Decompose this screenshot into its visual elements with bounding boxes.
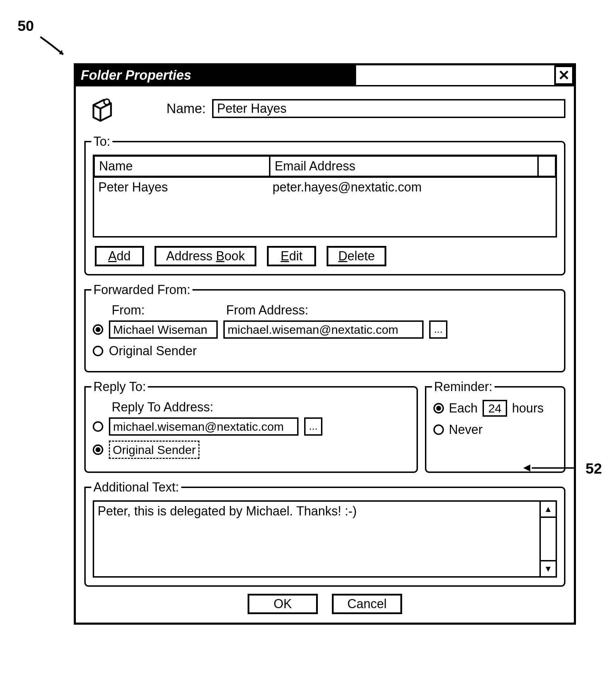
- reply-to-group: Reply To: Reply To Address: michael.wise…: [84, 379, 418, 473]
- add-button[interactable]: Add: [95, 246, 144, 266]
- to-header-name[interactable]: Name: [94, 156, 270, 176]
- reply-to-browse-button[interactable]: ...: [304, 417, 322, 436]
- reply-to-address-radio[interactable]: [93, 421, 103, 432]
- reply-to-original-sender-radio[interactable]: [93, 444, 103, 455]
- cancel-button[interactable]: Cancel: [332, 594, 402, 614]
- forwarded-from-legend: Forwarded From:: [91, 282, 192, 297]
- svg-point-2: [104, 99, 110, 105]
- triangle-up-icon: ▲: [544, 504, 552, 514]
- window-title: Folder Properties: [76, 65, 355, 85]
- callout-52-leader-line: [532, 467, 574, 469]
- close-button[interactable]: ✕: [554, 65, 574, 85]
- to-table-row[interactable]: Peter Hayes peter.hayes@nextatic.com: [94, 176, 556, 236]
- callout-50-label: 50: [18, 18, 34, 34]
- triangle-down-icon: ▼: [544, 564, 552, 574]
- reminder-never-radio[interactable]: [433, 424, 444, 435]
- folder-box-icon: [86, 93, 118, 124]
- delete-button[interactable]: Delete: [327, 246, 386, 266]
- reminder-each-radio[interactable]: [433, 403, 444, 414]
- callout-52-arrowhead: [523, 464, 532, 472]
- reminder-each-prefix: Each: [449, 401, 478, 416]
- from-address-input[interactable]: michael.wiseman@nextatic.com: [223, 320, 424, 339]
- scroll-down-button[interactable]: ▼: [541, 560, 556, 576]
- name-label: Name:: [166, 101, 206, 116]
- callout-52-label: 52: [585, 460, 602, 477]
- to-header-email[interactable]: Email Address: [270, 156, 538, 176]
- additional-text-textarea[interactable]: Peter, this is delegated by Michael. Tha…: [94, 502, 539, 576]
- from-address-label: From Address:: [226, 303, 308, 318]
- from-label: From:: [93, 303, 226, 318]
- titlebar[interactable]: Folder Properties ✕: [76, 65, 574, 85]
- scroll-track[interactable]: [541, 518, 556, 560]
- forwarded-from-original-sender-label: Original Sender: [109, 344, 197, 358]
- dialog-client-area: Name: To: Name Email Address Peter Hayes…: [76, 85, 574, 623]
- additional-text-group: Additional Text: Peter, this is delegate…: [84, 480, 565, 587]
- address-book-button[interactable]: Address Book: [155, 246, 256, 266]
- reminder-legend: Reminder:: [432, 379, 494, 394]
- to-recipients-table[interactable]: Name Email Address Peter Hayes peter.hay…: [93, 155, 557, 238]
- reply-to-address-label: Reply To Address:: [93, 400, 409, 415]
- additional-text-legend: Additional Text:: [91, 480, 181, 495]
- to-cell-email: peter.hayes@nextatic.com: [273, 180, 551, 234]
- from-name-input[interactable]: Michael Wiseman: [109, 320, 218, 339]
- callout-50-arrow: [39, 35, 70, 60]
- forwarded-from-group: Forwarded From: From: From Address: Mich…: [84, 282, 565, 372]
- forwarded-from-specific-radio[interactable]: [93, 324, 103, 335]
- close-icon: ✕: [558, 67, 570, 83]
- to-group: To: Name Email Address Peter Hayes peter…: [84, 134, 565, 275]
- name-input[interactable]: [212, 99, 565, 118]
- folder-properties-dialog: Folder Properties ✕ Name: To:: [74, 63, 576, 625]
- reply-to-original-sender-label: Original Sender: [109, 441, 199, 459]
- reminder-never-label: Never: [449, 422, 483, 437]
- reminder-hours-input[interactable]: [483, 400, 507, 417]
- name-row: Name:: [84, 93, 565, 124]
- reply-to-legend: Reply To:: [91, 379, 148, 394]
- reminder-group: Reminder: Each hours Never: [425, 379, 565, 473]
- additional-text-scrollbar[interactable]: ▲ ▼: [539, 502, 556, 576]
- reminder-each-suffix: hours: [512, 401, 544, 416]
- from-address-browse-button[interactable]: ...: [429, 320, 447, 339]
- titlebar-inactive-region: ✕: [355, 65, 574, 85]
- forwarded-from-original-sender-radio[interactable]: [93, 346, 103, 356]
- scroll-up-button[interactable]: ▲: [541, 502, 556, 518]
- reply-to-address-input[interactable]: michael.wiseman@nextatic.com: [109, 417, 299, 436]
- edit-button[interactable]: Edit: [267, 246, 316, 266]
- to-header-spacer: [538, 156, 556, 176]
- to-cell-name: Peter Hayes: [98, 180, 273, 234]
- ok-button[interactable]: OK: [248, 594, 318, 614]
- to-legend: To:: [91, 134, 112, 149]
